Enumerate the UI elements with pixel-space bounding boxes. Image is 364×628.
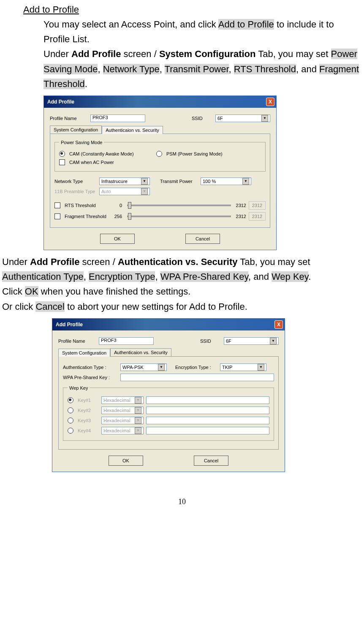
add-profile-dialog-auth: Add Profile X Profile Name PROF3 SSID 6F…: [52, 318, 285, 472]
fragment-max: 2312: [236, 214, 246, 219]
enc-type-select[interactable]: TKIP ▼: [220, 363, 266, 371]
text: ,: [155, 271, 160, 282]
highlight-add-to-profile: Add to Profile: [218, 19, 274, 30]
highlight-rts-threshold: RTS Threshold: [234, 64, 296, 74]
bold-add-profile: Add Profile: [30, 257, 79, 267]
chevron-down-icon[interactable]: ▼: [270, 338, 277, 344]
transmit-power-label: Transmit Power: [160, 179, 198, 184]
text: Under: [2, 257, 30, 267]
tab-system-configuration[interactable]: System Configuration: [58, 349, 110, 357]
text: ,: [84, 271, 89, 282]
fragment-slider[interactable]: [127, 216, 231, 217]
bold-system-configuration: System Configuration: [159, 49, 256, 59]
dialog-title: Add Profile: [47, 99, 74, 105]
text: ,: [98, 64, 103, 74]
cam-ac-checkbox[interactable]: [59, 159, 65, 165]
key2-input: [146, 407, 269, 414]
fragment-label: Fragment Threshold: [65, 214, 111, 219]
slider-thumb-icon[interactable]: [128, 213, 131, 220]
key1-input: [146, 396, 269, 404]
network-type-select[interactable]: Infrastrucure ▼: [99, 177, 150, 185]
chevron-down-icon[interactable]: ▼: [158, 364, 165, 371]
paragraph-5: Or click Cancel to abort your new settin…: [2, 299, 362, 314]
rts-slider[interactable]: [127, 205, 231, 206]
rts-min: 0: [114, 203, 122, 208]
key4-radio: [68, 428, 73, 434]
rts-max: 2312: [236, 203, 246, 208]
rts-label: RTS Threshold: [65, 203, 111, 208]
highlight-transmit-power: Transmit Power: [165, 64, 229, 74]
text: ,: [160, 64, 165, 74]
auth-type-select[interactable]: WPA-PSK ▼: [120, 363, 167, 371]
text: .: [85, 79, 87, 89]
cam-radio[interactable]: [59, 151, 65, 157]
chevron-down-icon[interactable]: ▼: [261, 115, 268, 122]
close-icon[interactable]: X: [274, 320, 283, 329]
chevron-down-icon: ▼: [135, 407, 141, 414]
cancel-button[interactable]: Cancel: [185, 234, 220, 244]
chevron-down-icon[interactable]: ▼: [141, 178, 148, 185]
ssid-value: 6F: [217, 116, 223, 121]
ok-button[interactable]: OK: [100, 234, 135, 244]
highlight-wpa-psk: WPA Pre-Shared Key: [160, 271, 248, 282]
key2-format-value: Hexadecimal: [103, 408, 130, 413]
text: Click: [2, 286, 25, 297]
text: screen /: [79, 257, 117, 267]
chevron-down-icon[interactable]: ▼: [258, 364, 264, 371]
network-type-label: Network Type: [54, 179, 97, 184]
ok-button[interactable]: OK: [109, 456, 143, 466]
paragraph-2: Under Add Profile screen / System Config…: [43, 46, 362, 91]
wpa-psk-input[interactable]: [120, 374, 274, 381]
ssid-select[interactable]: 6F ▼: [215, 115, 270, 122]
preamble-label: 11B Preamble Type: [54, 189, 97, 194]
profile-name-input[interactable]: PROF3: [99, 337, 154, 345]
tab-authentication-security[interactable]: Authenticaion vs. Security: [102, 126, 163, 134]
network-type-value: Infrastrucure: [101, 179, 128, 184]
titlebar[interactable]: Add Profile X: [44, 96, 276, 108]
tab-system-configuration[interactable]: System Configuration: [50, 126, 102, 134]
ssid-select[interactable]: 6F ▼: [224, 337, 279, 345]
key1-format-select: Hexadecimal ▼: [101, 396, 144, 404]
rts-checkbox[interactable]: [54, 202, 60, 208]
auth-type-label: Authentication Type :: [63, 365, 118, 370]
key3-label: Key#3: [78, 418, 99, 423]
psm-radio[interactable]: [156, 151, 162, 157]
key2-format-select: Hexadecimal ▼: [101, 407, 144, 414]
chevron-down-icon: ▼: [135, 417, 141, 424]
chevron-down-icon: ▼: [135, 427, 141, 434]
ssid-value: 6F: [226, 339, 231, 344]
profile-name-label: Profile Name: [58, 339, 96, 344]
text: , and: [296, 64, 319, 74]
preamble-select: Auto ▼: [99, 188, 150, 195]
tab-authentication-security[interactable]: Authenticaion vs. Security: [110, 348, 171, 356]
text: .: [308, 271, 311, 282]
key4-format-value: Hexadecimal: [103, 428, 130, 433]
close-icon[interactable]: X: [266, 98, 274, 106]
rts-value-display: 2312: [249, 201, 266, 210]
chevron-down-icon[interactable]: ▼: [242, 178, 249, 185]
highlight-auth-type: Authentication Type: [2, 271, 84, 282]
auth-type-value: WPA-PSK: [122, 365, 144, 370]
key4-format-select: Hexadecimal ▼: [101, 427, 144, 434]
psm-label: PSM (Power Saving Mode): [166, 151, 223, 156]
bold-add-profile: Add Profile: [71, 49, 121, 59]
fragment-checkbox[interactable]: [54, 213, 60, 219]
transmit-power-select[interactable]: 100 % ▼: [201, 177, 251, 185]
key1-label: Key#1: [78, 398, 99, 403]
highlight-enc-type: Encryption Type: [89, 271, 155, 282]
key3-radio: [68, 418, 73, 423]
text: Tab, you may set: [238, 257, 310, 267]
titlebar[interactable]: Add Profile X: [52, 319, 285, 330]
text: ,: [229, 64, 234, 74]
text: Or click: [2, 301, 35, 312]
fragment-value-display: 2312: [249, 212, 266, 221]
chevron-down-icon: ▼: [141, 188, 148, 195]
cam-ac-label: CAM when AC Power: [69, 160, 114, 165]
slider-thumb-icon[interactable]: [128, 202, 131, 209]
ssid-label: SSID: [192, 116, 213, 121]
profile-name-input[interactable]: PROF3: [90, 115, 145, 122]
fragment-min: 256: [114, 214, 122, 219]
cam-label: CAM (Constantly Awake Mode): [69, 151, 154, 156]
cancel-button[interactable]: Cancel: [194, 456, 228, 466]
add-profile-dialog-sysconf: Add Profile X Profile Name PROF3 SSID 6F…: [43, 96, 277, 250]
